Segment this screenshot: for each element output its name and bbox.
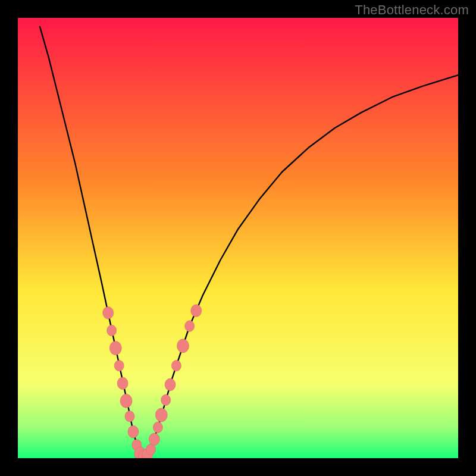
gradient-bg	[18, 18, 458, 458]
curve-dot	[128, 425, 139, 438]
curve-dot	[177, 339, 189, 353]
curve-dot	[114, 360, 124, 371]
curve-dot	[149, 433, 159, 446]
curve-dot	[161, 394, 171, 405]
curve-dot	[117, 377, 128, 390]
watermark-label: TheBottleneck.com	[355, 2, 469, 18]
curve-dot	[125, 411, 134, 422]
curve-dot	[107, 325, 117, 336]
curve-dot	[165, 378, 176, 391]
plot-area	[18, 18, 458, 458]
curve-dot	[103, 307, 114, 320]
curve-dot	[191, 305, 202, 317]
chart-frame: TheBottleneck.com	[0, 0, 476, 476]
curve-dot	[155, 408, 167, 422]
curve-dot	[171, 360, 181, 371]
chart-svg	[18, 18, 458, 458]
curve-dot	[120, 394, 132, 408]
curve-dot	[109, 342, 121, 355]
curve-dot	[153, 422, 162, 433]
curve-dot	[185, 321, 195, 331]
